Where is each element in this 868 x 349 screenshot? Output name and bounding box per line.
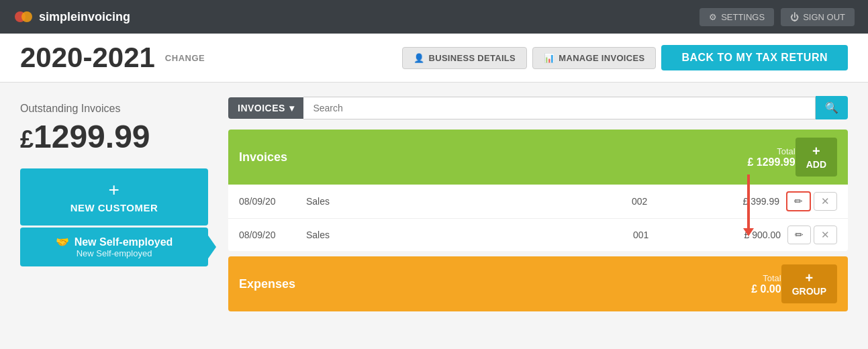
logo: simpleinvoicing	[13, 7, 130, 27]
right-panel: INVOICES ▾ 🔍 Invoices Total £ 1299.99 +	[228, 96, 848, 317]
outstanding-amount: £1299.99	[20, 118, 208, 155]
left-panel: Outstanding Invoices £1299.99 + NEW CUST…	[20, 96, 208, 317]
gear-icon: ⚙	[709, 12, 717, 22]
year-section: 2020-2021 CHANGE	[20, 44, 205, 72]
invoices-section-title: Invoices	[239, 150, 287, 164]
invoice-type: Sales	[306, 230, 633, 240]
expenses-total-amount: £ 0.00	[751, 283, 781, 295]
logo-icon	[13, 7, 34, 27]
new-customer-label: NEW CUSTOMER	[70, 202, 158, 213]
signout-button[interactable]: ⏻ SIGN OUT	[781, 8, 855, 26]
expenses-table: Expenses Total £ 0.00 + GROUP	[228, 256, 848, 311]
year-display: 2020-2021	[20, 44, 155, 72]
group-label: GROUP	[792, 286, 826, 297]
edit-invoice-button[interactable]: ✏	[787, 226, 811, 244]
chevron-down-icon: ▾	[289, 103, 295, 113]
business-details-button[interactable]: 👤 BUSINESS DETAILS	[402, 47, 527, 69]
expenses-total-label: Total	[751, 273, 781, 283]
settings-button[interactable]: ⚙ SETTINGS	[700, 8, 774, 26]
handshake-icon: 🤝	[56, 236, 69, 248]
invoices-total: Total £ 1299.99	[747, 146, 795, 168]
svg-point-1	[21, 11, 32, 22]
invoices-section-header: Invoices Total £ 1299.99 + ADD	[228, 130, 848, 185]
table-row: 08/09/20 Sales 002 £ 399.99 ✏ ✕	[228, 185, 848, 219]
expenses-section-header: Expenses Total £ 0.00 + GROUP	[228, 256, 848, 311]
top-nav: simpleinvoicing ⚙ SETTINGS ⏻ SIGN OUT	[0, 0, 868, 34]
person-icon: 👤	[414, 53, 424, 63]
invoice-date: 08/09/20	[239, 196, 306, 207]
outstanding-label: Outstanding Invoices	[20, 103, 208, 115]
invoice-number: 001	[633, 230, 700, 240]
amount-value: 1299.99	[34, 119, 150, 154]
search-icon: 🔍	[825, 102, 838, 113]
logo-text: simpleinvoicing	[39, 10, 130, 24]
new-customer-button[interactable]: + NEW CUSTOMER	[20, 168, 208, 226]
invoices-total-amount: £ 1299.99	[747, 156, 795, 168]
plus-icon: +	[109, 181, 120, 199]
customer-card-subtitle: New Self-employed	[77, 248, 152, 258]
manage-invoices-button[interactable]: 📊 MANAGE INVOICES	[532, 47, 656, 69]
delete-invoice-button[interactable]: ✕	[814, 226, 837, 244]
delete-invoice-button[interactable]: ✕	[814, 192, 837, 211]
invoice-type: Sales	[306, 196, 632, 207]
add-invoice-button[interactable]: + ADD	[795, 138, 837, 177]
expenses-section-title: Expenses	[239, 277, 295, 291]
search-input[interactable]	[303, 97, 816, 119]
invoice-amount: £ 900.00	[700, 230, 781, 240]
search-bar: INVOICES ▾ 🔍	[228, 96, 848, 119]
customer-card[interactable]: 🤝 New Self-employed New Self-employed	[20, 228, 208, 266]
row-actions: ✏ ✕	[786, 191, 837, 211]
main-content: Outstanding Invoices £1299.99 + NEW CUST…	[0, 83, 868, 330]
power-icon: ⏻	[790, 12, 799, 22]
currency-symbol: £	[20, 126, 34, 153]
sub-header: 2020-2021 CHANGE 👤 BUSINESS DETAILS 📊 MA…	[0, 34, 868, 83]
row-actions: ✏ ✕	[787, 226, 837, 244]
invoice-date: 08/09/20	[239, 230, 306, 240]
invoices-total-label: Total	[747, 146, 795, 156]
search-button[interactable]: 🔍	[816, 96, 848, 119]
invoice-number: 002	[632, 196, 699, 207]
back-to-tax-return-button[interactable]: BACK TO MY TAX RETURN	[661, 45, 848, 70]
annotation-arrow	[747, 174, 750, 228]
change-link[interactable]: CHANGE	[165, 53, 205, 63]
edit-invoice-button[interactable]: ✏	[786, 191, 811, 211]
invoice-amount: £ 399.99	[699, 196, 779, 207]
nav-buttons: ⚙ SETTINGS ⏻ SIGN OUT	[700, 8, 855, 26]
invoices-header-content: Invoices Total £ 1299.99	[239, 146, 795, 168]
group-expenses-button[interactable]: + GROUP	[781, 264, 837, 303]
group-plus-icon: +	[805, 271, 813, 285]
add-label: ADD	[806, 159, 826, 170]
chart-icon: 📊	[544, 53, 554, 63]
table-row: 08/09/20 Sales 001 £ 900.00 ✏ ✕	[228, 219, 848, 251]
header-actions: 👤 BUSINESS DETAILS 📊 MANAGE INVOICES BAC…	[402, 45, 848, 70]
outstanding-section: Outstanding Invoices £1299.99	[20, 96, 208, 168]
invoices-table: Invoices Total £ 1299.99 + ADD 08/09/20 …	[228, 130, 848, 251]
customer-card-title: 🤝 New Self-employed	[56, 236, 173, 248]
expenses-total: Total £ 0.00	[751, 273, 781, 295]
invoices-dropdown[interactable]: INVOICES ▾	[228, 97, 303, 119]
expenses-header-content: Expenses Total £ 0.00	[239, 273, 781, 295]
add-plus-icon: +	[812, 144, 820, 158]
